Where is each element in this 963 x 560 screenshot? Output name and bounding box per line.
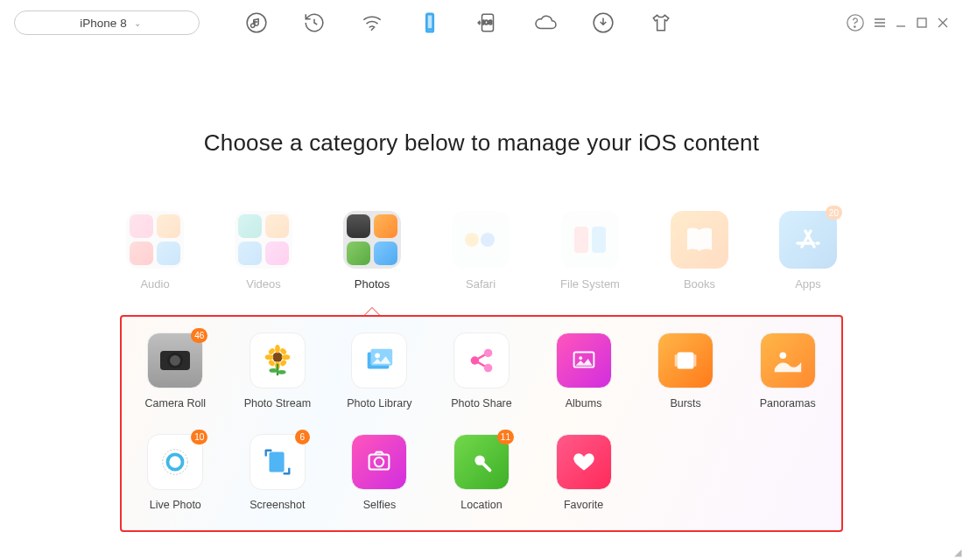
svg-point-21: [278, 370, 286, 374]
sub-badge: 10: [191, 430, 207, 444]
sub-panoramas[interactable]: Panoramas: [751, 332, 824, 410]
svg-point-7: [854, 26, 855, 27]
category-label: Apps: [795, 277, 821, 290]
svg-point-34: [168, 454, 183, 469]
sub-label: Camera Roll: [145, 397, 206, 410]
sub-label: Photo Share: [451, 397, 512, 410]
category-label: Books: [684, 277, 715, 290]
sub-label: Photo Library: [347, 397, 411, 410]
category-label: Photos: [355, 277, 390, 290]
svg-point-15: [282, 354, 291, 360]
sub-label: Favorite: [564, 499, 603, 511]
svg-rect-2: [427, 15, 432, 29]
minimize-button[interactable]: [895, 17, 907, 29]
favorite-icon: [556, 434, 612, 490]
svg-point-14: [265, 354, 274, 360]
svg-point-33: [779, 353, 786, 360]
category-audio[interactable]: Audio: [126, 211, 184, 290]
sub-badge: 11: [497, 430, 514, 444]
sub-location[interactable]: 11 Location: [446, 434, 518, 511]
category-videos[interactable]: Videos: [235, 211, 292, 290]
bursts-icon: [657, 332, 713, 388]
sub-label: Live Photo: [150, 499, 201, 511]
window-controls: [846, 10, 949, 36]
book-icon: [684, 224, 715, 256]
maximize-button[interactable]: [916, 17, 928, 29]
svg-point-0: [247, 13, 266, 32]
sub-label: Location: [460, 499, 502, 511]
svg-point-12: [275, 345, 280, 354]
svg-text:iOS: iOS: [483, 19, 494, 25]
selfies-icon: [351, 434, 407, 490]
svg-point-24: [376, 353, 381, 358]
menu-icon[interactable]: [874, 17, 886, 29]
category-apps[interactable]: 20 Apps: [779, 211, 837, 290]
download-icon[interactable]: [590, 10, 616, 36]
camera-icon: 46: [147, 332, 203, 388]
wifi-transfer-icon[interactable]: [359, 10, 385, 36]
ios-export-icon[interactable]: iOS: [474, 10, 501, 36]
phone-icon[interactable]: [417, 10, 443, 36]
sub-bursts[interactable]: Bursts: [650, 332, 722, 410]
category-label: Videos: [246, 277, 281, 290]
sub-camera-roll[interactable]: 46 Camera Roll: [139, 332, 212, 410]
sub-photo-share[interactable]: Photo Share: [446, 332, 518, 410]
top-toolbar: iPhone 8 ⌄ iOS: [0, 0, 963, 46]
category-label: Audio: [140, 277, 169, 290]
subcategory-panel: 46 Camera Roll Photo Stream Photo Librar…: [120, 315, 843, 532]
sub-selfies[interactable]: Selfies: [343, 434, 416, 511]
appstore-icon: [791, 222, 826, 257]
music-icon[interactable]: [243, 10, 270, 36]
help-icon[interactable]: [846, 10, 865, 36]
sub-label: Panoramas: [760, 397, 816, 410]
category-badge: 20: [826, 206, 842, 220]
albums-icon: [556, 332, 612, 388]
sub-screenshot[interactable]: 6 Screenshot: [242, 434, 314, 511]
svg-rect-30: [678, 353, 694, 369]
resize-handle-icon[interactable]: ◢: [954, 547, 961, 558]
category-row: Audio Videos Photos Safari File System B…: [0, 211, 963, 290]
live-photo-icon: 10: [147, 434, 203, 490]
svg-point-9: [465, 233, 479, 247]
svg-rect-8: [917, 18, 926, 27]
category-filesystem[interactable]: File System: [560, 211, 620, 290]
sub-favorite[interactable]: Favorite: [547, 434, 620, 511]
location-icon: 11: [453, 434, 510, 490]
sub-photo-stream[interactable]: Photo Stream: [242, 332, 314, 410]
panorama-icon: [760, 332, 816, 388]
screenshot-icon: 6: [250, 434, 306, 490]
close-button[interactable]: [937, 17, 949, 29]
svg-point-38: [375, 458, 383, 466]
sub-label: Bursts: [670, 397, 700, 410]
cloud-icon[interactable]: [532, 10, 559, 36]
svg-point-20: [269, 368, 278, 373]
sub-label: Albums: [566, 397, 602, 410]
sub-live-photo[interactable]: 10 Live Photo: [139, 434, 212, 511]
svg-rect-36: [269, 452, 284, 472]
sub-badge: 6: [295, 430, 310, 444]
svg-point-29: [579, 356, 582, 360]
category-photos[interactable]: Photos: [343, 211, 401, 290]
category-safari[interactable]: Safari: [452, 211, 510, 290]
svg-rect-31: [675, 354, 678, 366]
history-icon[interactable]: [301, 10, 327, 36]
svg-rect-32: [694, 354, 697, 366]
tshirt-icon[interactable]: [648, 10, 674, 36]
sunflower-icon: [250, 332, 306, 388]
page-heading: Choose a category below to manage your i…: [0, 130, 963, 157]
svg-point-26: [484, 349, 493, 358]
sub-albums[interactable]: Albums: [547, 332, 620, 410]
category-label: File System: [560, 277, 620, 290]
category-books[interactable]: Books: [671, 211, 728, 290]
device-name-label: iPhone 8: [80, 17, 126, 30]
photo-library-icon: [351, 332, 407, 388]
sub-label: Screenshot: [250, 499, 305, 511]
sub-label: Selfies: [363, 499, 397, 511]
svg-point-27: [484, 364, 493, 373]
device-selector[interactable]: iPhone 8 ⌄: [14, 10, 200, 35]
share-icon: [453, 332, 510, 388]
sub-photo-library[interactable]: Photo Library: [343, 332, 416, 410]
svg-point-25: [471, 356, 480, 365]
safari-icon: [461, 227, 500, 253]
sub-label: Photo Stream: [244, 397, 311, 410]
